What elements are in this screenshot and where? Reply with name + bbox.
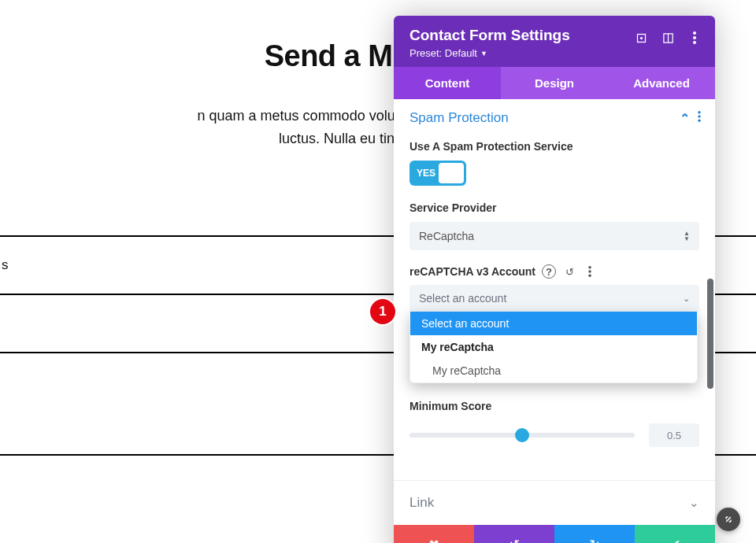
scrollbar-thumb[interactable] (707, 279, 713, 389)
link-section-title: Link (410, 495, 434, 511)
panel-header: Contact Form Settings Preset: Default ▼ (394, 16, 715, 67)
panel-body: Spam Protection ⌃ Use A Spam Protection … (394, 99, 715, 525)
field-fragment: s (2, 257, 9, 273)
preset-selector[interactable]: Preset: Default ▼ (410, 47, 570, 59)
reset-icon[interactable]: ↺ (562, 264, 576, 279)
provider-value: ReCaptcha (419, 230, 474, 242)
more-icon[interactable] (698, 111, 701, 125)
toggle-yes-label: YES (417, 168, 435, 179)
chevron-down-icon: ▼ (480, 50, 487, 57)
close-icon: ✖ (428, 537, 439, 544)
panel-title: Contact Form Settings (410, 27, 570, 44)
toggle-knob (439, 163, 464, 183)
more-icon[interactable] (688, 31, 701, 44)
svg-point-7 (698, 111, 701, 114)
annotation-marker-1: 1 (370, 299, 395, 324)
panel-tabs: Content Design Advanced (394, 67, 715, 99)
min-score-slider[interactable] (410, 433, 635, 438)
provider-select[interactable]: ReCaptcha ▲▼ (410, 222, 699, 250)
undo-button[interactable]: ↺ (474, 525, 554, 543)
svg-point-10 (588, 266, 591, 269)
svg-point-9 (698, 120, 701, 123)
tab-advanced[interactable]: Advanced (608, 67, 715, 99)
save-button[interactable]: ✔ (635, 525, 715, 543)
account-label: reCAPTCHA v3 Account (410, 265, 536, 278)
svg-point-4 (693, 31, 696, 35)
svg-point-1 (640, 37, 642, 39)
dropdown-option-placeholder[interactable]: Select an account (410, 312, 697, 335)
min-score-slider-row: 0.5 (410, 423, 699, 447)
dropdown-option-group[interactable]: My reCaptcha (410, 335, 697, 359)
layout-icon[interactable] (662, 31, 674, 44)
expand-icon[interactable] (635, 31, 647, 44)
tab-content[interactable]: Content (394, 67, 501, 99)
chevron-up-icon[interactable]: ⌃ (680, 111, 690, 126)
min-score-value[interactable]: 0.5 (649, 423, 699, 447)
tab-design[interactable]: Design (501, 67, 608, 99)
svg-point-11 (588, 270, 591, 273)
min-score-label: Minimum Score (410, 400, 699, 412)
use-service-toggle[interactable]: YES (410, 161, 466, 186)
settings-panel: Contact Form Settings Preset: Default ▼ … (394, 16, 715, 543)
account-dropdown: Select an account My reCaptcha My reCapt… (410, 312, 698, 383)
cancel-button[interactable]: ✖ (394, 525, 474, 543)
provider-label: Service Provider (410, 201, 699, 214)
account-select[interactable]: Select an account ⌄ (410, 285, 699, 312)
account-label-row: reCAPTCHA v3 Account ? ↺ (410, 264, 699, 279)
more-icon[interactable] (583, 264, 597, 279)
section-header-spam[interactable]: Spam Protection ⌃ (394, 99, 715, 137)
slider-thumb[interactable] (515, 428, 529, 442)
chevron-down-icon: ⌄ (689, 496, 699, 510)
select-arrows-icon: ▲▼ (684, 231, 690, 242)
preset-label: Preset: Default (410, 47, 477, 59)
help-icon[interactable]: ? (542, 264, 556, 279)
chevron-down-icon: ⌄ (683, 294, 690, 304)
check-icon: ✔ (669, 537, 680, 544)
account-select-placeholder: Select an account (419, 292, 506, 305)
svg-point-12 (588, 275, 591, 278)
redo-icon: ↻ (589, 537, 600, 544)
redo-button[interactable]: ↻ (554, 525, 635, 543)
section-header-link[interactable]: Link ⌄ (394, 480, 715, 525)
panel-footer: ✖ ↺ ↻ ✔ (394, 525, 715, 543)
undo-icon: ↺ (509, 537, 520, 544)
svg-point-8 (698, 115, 701, 118)
svg-point-6 (693, 41, 696, 44)
section-content-spam: Use A Spam Protection Service YES Servic… (394, 140, 715, 461)
dropdown-option-account[interactable]: My reCaptcha (410, 359, 697, 382)
resize-handle[interactable] (717, 508, 740, 531)
section-title: Spam Protection (410, 110, 509, 126)
svg-point-5 (693, 36, 696, 39)
use-service-label: Use A Spam Protection Service (410, 140, 699, 153)
